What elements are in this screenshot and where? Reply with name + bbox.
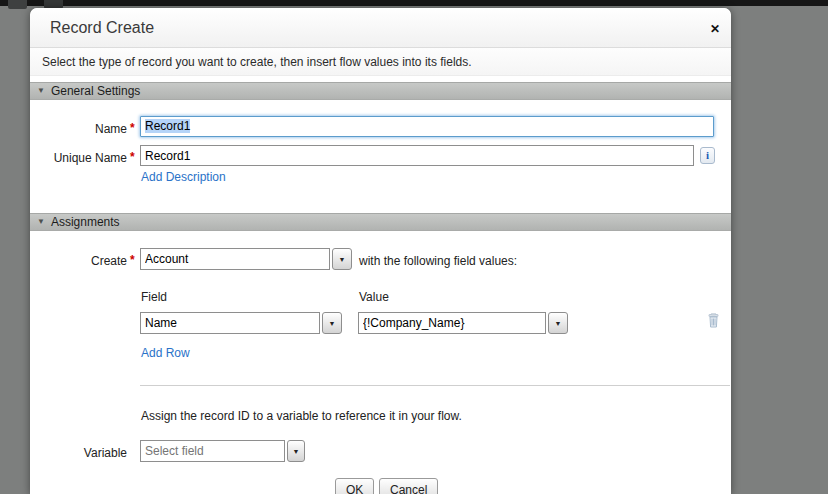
chevron-down-icon: ▼	[339, 256, 346, 263]
column-header-value: Value	[359, 290, 389, 304]
close-icon[interactable]: ✕	[708, 22, 722, 36]
field-dropdown-button[interactable]: ▼	[322, 312, 342, 334]
create-label: Create	[30, 254, 127, 268]
screen-background: Record Create ✕ Select the type of recor…	[0, 0, 828, 494]
section-divider	[140, 385, 730, 386]
value-dropdown-button[interactable]: ▼	[548, 312, 568, 334]
trash-icon[interactable]	[706, 313, 721, 328]
ok-button[interactable]: OK	[335, 478, 374, 494]
info-icon[interactable]: i	[700, 147, 715, 164]
name-input-selected-text: Record1	[145, 119, 190, 133]
background-tab	[8, 0, 27, 9]
column-header-field: Field	[141, 290, 167, 304]
cancel-button[interactable]: Cancel	[379, 478, 438, 494]
unique-name-input[interactable]	[140, 145, 694, 166]
create-required-marker: *	[130, 253, 135, 267]
unique-name-label: Unique Name	[30, 151, 127, 165]
dialog-titlebar: Record Create ✕	[30, 8, 731, 48]
chevron-down-icon: ▼	[555, 320, 562, 327]
section-general-label: General Settings	[51, 84, 140, 98]
background-browser-strip	[0, 0, 828, 6]
chevron-down-icon: ▼	[329, 320, 336, 327]
variable-input[interactable]	[140, 440, 285, 462]
name-required-marker: *	[130, 121, 135, 135]
field-input[interactable]	[140, 312, 320, 334]
add-row-link[interactable]: Add Row	[141, 346, 190, 360]
unique-name-required-marker: *	[130, 150, 135, 164]
add-description-link[interactable]: Add Description	[141, 170, 226, 184]
section-assignments-label: Assignments	[51, 215, 120, 229]
section-assignments[interactable]: ▼ Assignments	[30, 213, 731, 231]
section-general-settings[interactable]: ▼ General Settings	[30, 82, 731, 100]
value-input[interactable]	[358, 312, 546, 334]
assign-instruction-text: Assign the record ID to a variable to re…	[141, 409, 462, 423]
variable-label: Variable	[30, 446, 127, 460]
create-object-input[interactable]	[140, 248, 330, 270]
create-object-dropdown-button[interactable]: ▼	[332, 248, 352, 270]
dialog-subtitle: Select the type of record you want to cr…	[30, 48, 731, 76]
create-suffix-text: with the following field values:	[359, 254, 517, 268]
name-input[interactable]: Record1	[140, 116, 714, 137]
collapse-arrow-icon: ▼	[37, 218, 45, 226]
name-label: Name	[30, 122, 127, 136]
collapse-arrow-icon: ▼	[37, 87, 45, 95]
variable-dropdown-button[interactable]: ▼	[287, 440, 305, 462]
chevron-down-icon: ▼	[293, 448, 300, 455]
record-create-dialog: Record Create ✕ Select the type of recor…	[30, 8, 731, 494]
dialog-title: Record Create	[50, 8, 154, 48]
